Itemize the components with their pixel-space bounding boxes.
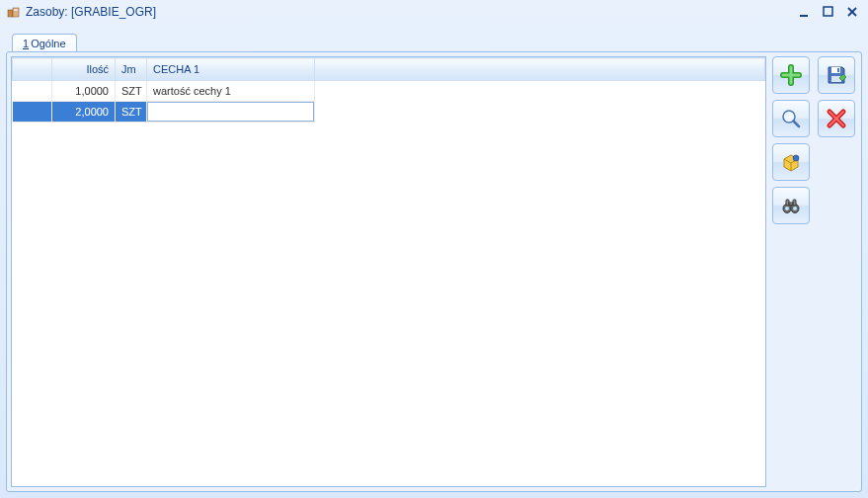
svg-rect-2 bbox=[14, 9, 18, 11]
cell-jm[interactable]: SZT bbox=[116, 81, 147, 102]
find-button[interactable] bbox=[772, 187, 810, 224]
app-icon bbox=[6, 4, 22, 20]
close-button[interactable] bbox=[842, 4, 862, 20]
col-header-spacer bbox=[315, 58, 765, 81]
col-header-jm[interactable]: Jm bbox=[116, 58, 147, 81]
tab-general-accel: 1 bbox=[23, 38, 29, 49]
cell-ilosc[interactable]: 2,0000 bbox=[52, 102, 116, 123]
svg-line-8 bbox=[794, 122, 800, 127]
cancel-icon bbox=[826, 108, 847, 129]
tab-general-label: Ogólne bbox=[31, 38, 65, 49]
table-row[interactable]: 1,0000 SZT wartość cechy 1 bbox=[13, 81, 765, 102]
minimize-button[interactable] bbox=[795, 4, 815, 20]
svg-rect-0 bbox=[8, 10, 13, 17]
grid-header-row: Ilość Jm CECHA 1 bbox=[13, 58, 765, 81]
svg-rect-3 bbox=[800, 15, 808, 17]
svg-rect-19 bbox=[837, 68, 839, 72]
svg-point-15 bbox=[785, 207, 789, 210]
cell-index bbox=[13, 102, 52, 123]
binoculars-icon bbox=[780, 195, 802, 216]
svg-rect-14 bbox=[789, 203, 793, 206]
cell-ilosc[interactable]: 1,0000 bbox=[52, 81, 116, 102]
package-icon bbox=[780, 151, 802, 173]
grid-toolbar bbox=[772, 56, 812, 487]
plus-icon bbox=[780, 64, 802, 86]
titlebar: Zasoby: [GRABIE_OGR] bbox=[0, 0, 868, 24]
magnifier-icon bbox=[780, 108, 802, 129]
dialog-toolbar bbox=[818, 56, 857, 487]
col-header-cecha1[interactable]: CECHA 1 bbox=[147, 58, 315, 81]
tab-strip: 1Ogólne bbox=[6, 28, 862, 51]
window-root: Zasoby: [GRABIE_OGR] 1Ogólne bbox=[0, 0, 868, 498]
svg-point-16 bbox=[793, 207, 797, 210]
cell-cecha1[interactable]: wartość cechy 1 bbox=[147, 81, 315, 102]
content-area: 1Ogólne bbox=[6, 28, 862, 492]
col-header-index[interactable] bbox=[13, 58, 52, 81]
grid[interactable]: Ilość Jm CECHA 1 1,0000 SZT wa bbox=[11, 56, 766, 487]
svg-rect-4 bbox=[824, 7, 832, 16]
cell-index bbox=[13, 81, 52, 102]
tab-general[interactable]: 1Ogólne bbox=[12, 34, 77, 52]
col-header-ilosc[interactable]: Ilość bbox=[52, 58, 116, 81]
table-row[interactable]: 2,0000 SZT bbox=[13, 102, 765, 123]
panel-general: Ilość Jm CECHA 1 1,0000 SZT wa bbox=[6, 51, 862, 492]
add-button[interactable] bbox=[772, 56, 810, 94]
window-title: Zasoby: [GRABIE_OGR] bbox=[26, 5, 156, 19]
maximize-button[interactable] bbox=[819, 4, 838, 20]
cell-cecha1-editing[interactable] bbox=[147, 102, 315, 123]
cell-jm[interactable]: SZT bbox=[116, 102, 147, 123]
svg-point-9 bbox=[793, 155, 799, 161]
save-button[interactable] bbox=[818, 56, 855, 94]
cancel-button[interactable] bbox=[818, 100, 855, 137]
zoom-button[interactable] bbox=[772, 100, 810, 137]
floppy-save-icon bbox=[826, 64, 847, 86]
package-button[interactable] bbox=[772, 143, 810, 181]
